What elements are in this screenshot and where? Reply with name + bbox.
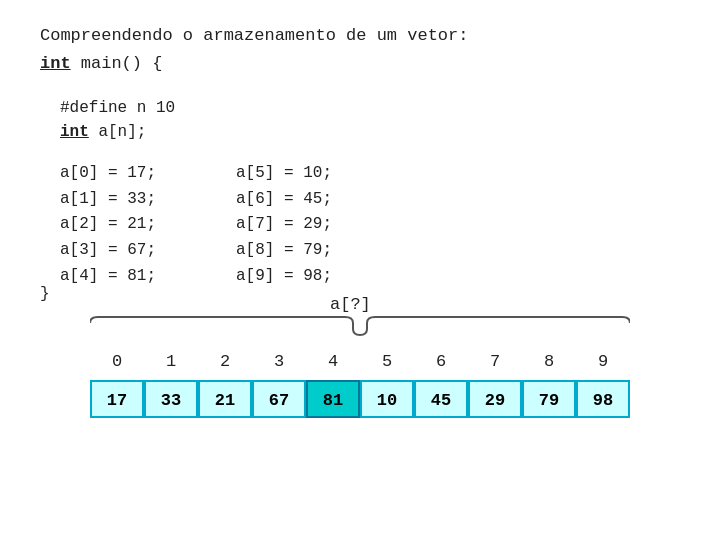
value-cell-4: 81 bbox=[306, 380, 360, 418]
value-row: 17332167811045297998 bbox=[90, 380, 630, 418]
closing-brace: } bbox=[40, 285, 50, 303]
value-cell-0: 17 bbox=[90, 380, 144, 418]
int-keyword: int bbox=[40, 54, 71, 73]
index-row: 0123456789 bbox=[90, 352, 630, 371]
assign-9: a[9] = 98; bbox=[236, 264, 332, 290]
array-label: a[?] bbox=[330, 295, 371, 314]
main-func: main() { bbox=[71, 54, 163, 73]
index-cell-1: 1 bbox=[144, 352, 198, 371]
title-text: Compreendendo o armazenamento de um veto… bbox=[40, 26, 468, 45]
index-cell-5: 5 bbox=[360, 352, 414, 371]
assign-8: a[8] = 79; bbox=[236, 238, 332, 264]
assign-7: a[7] = 29; bbox=[236, 212, 332, 238]
left-assignments: a[0] = 17; a[1] = 33; a[2] = 21; a[3] = … bbox=[60, 161, 156, 289]
value-cell-3: 67 bbox=[252, 380, 306, 418]
value-cell-6: 45 bbox=[414, 380, 468, 418]
index-cell-2: 2 bbox=[198, 352, 252, 371]
assignments-area: a[0] = 17; a[1] = 33; a[2] = 21; a[3] = … bbox=[60, 161, 680, 289]
assign-0: a[0] = 17; bbox=[60, 161, 156, 187]
array-decl: a[n]; bbox=[89, 123, 147, 141]
value-cell-2: 21 bbox=[198, 380, 252, 418]
int-array-line: int a[n]; bbox=[60, 120, 680, 145]
value-cell-9: 98 bbox=[576, 380, 630, 418]
array-label-text: a[?] bbox=[330, 295, 371, 314]
assign-1: a[1] = 33; bbox=[60, 187, 156, 213]
assign-6: a[6] = 45; bbox=[236, 187, 332, 213]
value-cell-5: 10 bbox=[360, 380, 414, 418]
index-cell-3: 3 bbox=[252, 352, 306, 371]
assign-2: a[2] = 21; bbox=[60, 212, 156, 238]
index-cell-0: 0 bbox=[90, 352, 144, 371]
value-cell-7: 29 bbox=[468, 380, 522, 418]
assign-4: a[4] = 81; bbox=[60, 264, 156, 290]
index-cell-4: 4 bbox=[306, 352, 360, 371]
value-cell-1: 33 bbox=[144, 380, 198, 418]
index-cell-6: 6 bbox=[414, 352, 468, 371]
assign-3: a[3] = 67; bbox=[60, 238, 156, 264]
title-line1: Compreendendo o armazenamento de um veto… bbox=[40, 24, 680, 48]
brace-decoration bbox=[90, 315, 630, 345]
assign-5: a[5] = 10; bbox=[236, 161, 332, 187]
value-cell-8: 79 bbox=[522, 380, 576, 418]
index-cell-7: 7 bbox=[468, 352, 522, 371]
main-content: Compreendendo o armazenamento de um veto… bbox=[0, 0, 720, 309]
define-line: #define n 10 bbox=[60, 96, 680, 121]
code-block: #define n 10 int a[n]; bbox=[60, 96, 680, 146]
title-line2: int main() { bbox=[40, 52, 680, 76]
right-assignments: a[5] = 10; a[6] = 45; a[7] = 29; a[8] = … bbox=[236, 161, 332, 289]
index-cell-8: 8 bbox=[522, 352, 576, 371]
index-cell-9: 9 bbox=[576, 352, 630, 371]
int-keyword2: int bbox=[60, 123, 89, 141]
